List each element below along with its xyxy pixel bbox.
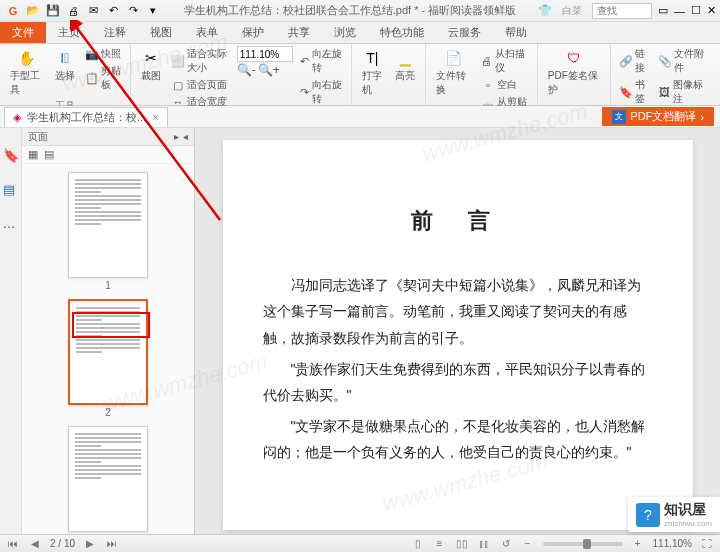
ribbon-group-view: ✂裁图 ⬜适合实际大小 ▢适合页面 ↔适合宽度 ▭适合视区 🔍- 🔍+ ↶向左旋… <box>131 44 352 105</box>
minimize-icon[interactable]: — <box>674 5 685 17</box>
actual-size-button[interactable]: ⬜适合实际大小 <box>169 46 233 76</box>
tab-0[interactable]: 文件 <box>0 22 46 43</box>
fullscreen-icon[interactable]: ⛶ <box>700 537 714 551</box>
bookmarks-panel-icon[interactable]: 🔖 <box>3 148 19 164</box>
document-tab[interactable]: ◈ 学生机构工作总结：校... × <box>4 107 168 127</box>
zoom-slider[interactable] <box>543 542 623 546</box>
zoom-input[interactable] <box>237 46 293 62</box>
pages-panel-icon[interactable]: ▤ <box>3 182 19 198</box>
site-badge: ? 知识屋 zhishiwu.com <box>628 497 720 532</box>
tab-8[interactable]: 特色功能 <box>368 22 436 43</box>
link-button[interactable]: 🔗链接 <box>617 46 652 76</box>
print-icon[interactable]: 🖨 <box>64 2 82 20</box>
zoom-out-status-icon[interactable]: − <box>521 537 535 551</box>
window-controls: 👕 白菜 ▭ — ☐ ✕ <box>538 3 716 19</box>
layout-single-icon[interactable]: ▯ <box>411 537 425 551</box>
last-page-icon[interactable]: ⏭ <box>105 537 119 551</box>
email-icon[interactable]: ✉ <box>84 2 102 20</box>
pdf-sign-button[interactable]: 🛡PDF签名保护 <box>544 46 604 99</box>
document-viewer[interactable]: 前 言 冯加同志选译了《契诃夫中短篇小说集》，凤麟兄和译为这个集子写一篇前言。动… <box>195 128 720 534</box>
search-input[interactable] <box>592 3 652 19</box>
tab-2[interactable]: 注释 <box>92 22 138 43</box>
document-tab-bar: ◈ 学生机构工作总结：校... × 文 PDF文档翻译 › <box>0 106 720 128</box>
thumbnail-page-1[interactable]: 1 <box>68 172 148 291</box>
thumbnails-list[interactable]: 123 <box>22 164 194 534</box>
page-content: 前 言 冯加同志选译了《契诃夫中短篇小说集》，凤麟兄和译为这个集子写一篇前言。动… <box>223 140 693 530</box>
pdf-translate-button[interactable]: 文 PDF文档翻译 › <box>602 107 714 126</box>
window-title: 学生机构工作总结：校社团联合会工作总结.pdf * - 福昕阅读器领鲜版 <box>162 3 538 18</box>
zoom-in-status-icon[interactable]: + <box>631 537 645 551</box>
ribbon-min-icon[interactable]: ▭ <box>658 4 668 17</box>
ribbon-group-protect: 🛡PDF签名保护 <box>538 44 611 105</box>
crop-button[interactable]: ✂裁图 <box>137 46 165 85</box>
paragraph: "文学家不是做糖果点心的，不是化妆美容的，也人消愁解闷的；他是一个负有义务的人，… <box>263 413 653 466</box>
fit-page-button[interactable]: ▢适合页面 <box>169 77 233 93</box>
doc-heading: 前 言 <box>263 200 653 242</box>
snapshot-button[interactable]: 📷快照 <box>83 46 124 62</box>
panel-collapse-icon[interactable]: ◂ <box>183 131 188 142</box>
tab-5[interactable]: 保护 <box>230 22 276 43</box>
thumbnails-header: 页面 ▸ ◂ <box>22 128 194 146</box>
tab-10[interactable]: 帮助 <box>493 22 539 43</box>
thumbnail-page-3[interactable]: 3 <box>68 426 148 534</box>
rotate-right-button[interactable]: ↷向右旋转 <box>297 77 345 107</box>
app-logo: G <box>4 2 22 20</box>
hand-tool-button[interactable]: ✋手型工具 <box>6 46 47 99</box>
thumb-tool-1-icon[interactable]: ▦ <box>28 148 38 161</box>
from-scanner-button[interactable]: 🖨从扫描仪 <box>479 46 531 76</box>
zoom-in-icon[interactable]: 🔍+ <box>258 63 280 77</box>
clipboard-button[interactable]: 📋剪贴板 <box>83 63 124 93</box>
file-convert-button[interactable]: 📄文件转换 <box>432 46 475 99</box>
rotate-left-button[interactable]: ↶向左旋转 <box>297 46 345 76</box>
username-label[interactable]: 白菜 <box>562 4 582 18</box>
skin-icon[interactable]: 👕 <box>538 4 552 17</box>
next-page-icon[interactable]: ▶ <box>83 537 97 551</box>
first-page-icon[interactable]: ⏮ <box>6 537 20 551</box>
zoom-out-icon[interactable]: 🔍- <box>237 63 256 77</box>
select-button[interactable]: I⃒选择 <box>51 46 79 85</box>
tab-close-icon[interactable]: × <box>152 111 158 123</box>
ribbon-group-create: 📄文件转换 🖨从扫描仪 ▫空白 📋从剪贴板 创建 <box>426 44 538 105</box>
save-icon[interactable]: 💾 <box>44 2 62 20</box>
ribbon: ✋手型工具 I⃒选择 📷快照 📋剪贴板 工具 ✂裁图 ⬜适合实际大小 ▢适合页面… <box>0 44 720 106</box>
tab-4[interactable]: 表单 <box>184 22 230 43</box>
image-annot-button[interactable]: 🖼图像标注 <box>656 77 714 107</box>
layout-cont-facing-icon[interactable]: ⫿⫿ <box>477 537 491 551</box>
thumbnails-toolbar: ▦ ▤ <box>22 146 194 164</box>
tab-7[interactable]: 浏览 <box>322 22 368 43</box>
qat-more-icon[interactable]: ▾ <box>144 2 162 20</box>
translate-icon: 文 <box>612 110 626 124</box>
tab-3[interactable]: 视图 <box>138 22 184 43</box>
status-bar: ⏮ ◀ 2 / 10 ▶ ⏭ ▯ ≡ ▯▯ ⫿⫿ ↺ − + 111.10% ⛶ <box>0 534 720 552</box>
ribbon-tabs: 文件主页注释视图表单保护共享浏览特色功能云服务帮助 <box>0 22 720 44</box>
thumb-tool-2-icon[interactable]: ▤ <box>44 148 54 161</box>
prev-page-icon[interactable]: ◀ <box>28 537 42 551</box>
ribbon-group-annot: T|打字机 ▁高亮 <box>352 44 427 105</box>
pdf-icon: ◈ <box>13 111 21 124</box>
thumbnails-panel: 页面 ▸ ◂ ▦ ▤ 123 <box>22 128 195 534</box>
side-rail: 🔖 ▤ … <box>0 128 22 534</box>
layout-facing-icon[interactable]: ▯▯ <box>455 537 469 551</box>
close-icon[interactable]: ✕ <box>707 4 716 17</box>
panel-menu-icon[interactable]: ▸ <box>174 131 179 142</box>
tab-9[interactable]: 云服务 <box>436 22 493 43</box>
bookmark-button[interactable]: 🔖书签 <box>617 77 652 107</box>
tab-1[interactable]: 主页 <box>46 22 92 43</box>
attachments-panel-icon[interactable]: … <box>3 216 19 232</box>
reflow-icon[interactable]: ↺ <box>499 537 513 551</box>
redo-icon[interactable]: ↷ <box>124 2 142 20</box>
undo-icon[interactable]: ↶ <box>104 2 122 20</box>
layout-cont-icon[interactable]: ≡ <box>433 537 447 551</box>
file-attach-button[interactable]: 📎文件附件 <box>656 46 714 76</box>
typewriter-button[interactable]: T|打字机 <box>358 46 388 99</box>
highlight-button[interactable]: ▁高亮 <box>391 46 419 85</box>
chevron-right-icon: › <box>700 111 704 123</box>
maximize-icon[interactable]: ☐ <box>691 4 701 17</box>
thumbnail-page-2[interactable]: 2 <box>68 299 148 418</box>
blank-button[interactable]: ▫空白 <box>479 77 531 93</box>
tab-6[interactable]: 共享 <box>276 22 322 43</box>
open-icon[interactable]: 📂 <box>24 2 42 20</box>
badge-icon: ? <box>636 503 660 527</box>
page-indicator: 2 / 10 <box>50 538 75 549</box>
title-bar: G 📂 💾 🖨 ✉ ↶ ↷ ▾ 学生机构工作总结：校社团联合会工作总结.pdf … <box>0 0 720 22</box>
